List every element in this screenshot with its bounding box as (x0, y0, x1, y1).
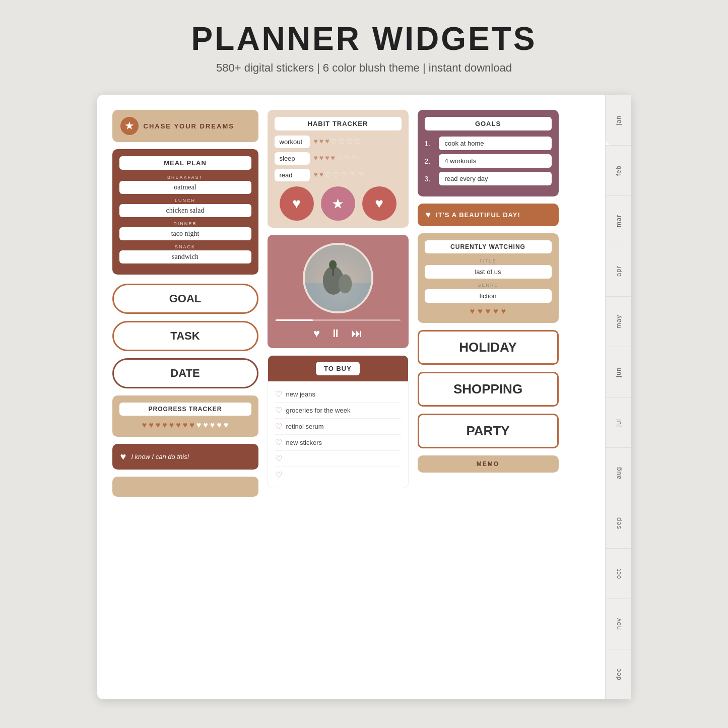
goal-item-3: 3. read every day (425, 172, 552, 185)
rh6: ♡ (349, 171, 356, 179)
icons-row: ♥ ★ ♥ (275, 186, 402, 221)
habit-row-sleep: sleep ♥ ♥ ♥ ♥ ♡ ♡ ♡ (275, 152, 402, 165)
goals-widget: GOALS 1. cook at home 2. 4 workouts 3. r… (418, 110, 559, 196)
heart-10: ♥ (203, 421, 208, 430)
tab-aug[interactable]: aug (606, 447, 631, 498)
dinner-label: DINNER (119, 221, 251, 226)
music-progress-bar-container (276, 319, 401, 321)
habit-row-workout: workout ♥ ♥ ♥ ♡ ♡ ♡ ♡ (275, 136, 402, 148)
banner-heart-icon: ♥ (426, 210, 431, 220)
buy-heart-5: ♡ (275, 454, 282, 464)
page-subtitle: 580+ digital stickers | 6 color blush th… (191, 61, 537, 75)
party-label-sticker: PARTY (418, 414, 559, 448)
column-1: ★ CHASE YOUR DREAMS MEAL PLAN BREAKFAST … (112, 110, 258, 497)
music-controls: ♥ ⏸ ⏭ (313, 327, 362, 340)
buy-item-text-2: groceries for the week (286, 407, 351, 414)
sh4: ♥ (330, 154, 335, 163)
goals-title: GOALS (425, 117, 552, 130)
chase-dreams-text: CHASE YOUR DREAMS (144, 122, 234, 130)
cw-title-value: last of us (425, 265, 552, 279)
page-title: PLANNER WIDGETS (191, 20, 537, 57)
shopping-text: SHOPPING (453, 381, 522, 396)
buy-heart-4: ♡ (275, 438, 282, 447)
heart-3: ♥ (156, 421, 161, 430)
rh1: ♥ (314, 171, 318, 179)
cwh3: ♥ (486, 307, 491, 316)
page-header: PLANNER WIDGETS 580+ digital stickers | … (191, 0, 537, 85)
buy-item-4: ♡ new stickers (275, 435, 401, 451)
goal-item-2: 2. 4 workouts (425, 154, 552, 168)
motivational-text: I know I can do this! (131, 453, 189, 460)
banner-text: IT'S A BEAUTIFUL DAY! (436, 211, 520, 219)
cw-genre-label: GENRE (425, 283, 552, 288)
tab-nov[interactable]: nov (606, 599, 631, 649)
goal-num-3: 3. (425, 175, 435, 183)
heart-12: ♥ (217, 421, 222, 430)
habit-tracker-widget: HABIT TRACKER workout ♥ ♥ ♥ ♡ ♡ ♡ ♡ slee… (268, 110, 409, 228)
buy-item-3: ♡ retinol serum (275, 419, 401, 435)
habit-label-sleep: sleep (275, 152, 310, 165)
goal-num-2: 2. (425, 157, 435, 165)
goal-task-date-section: GOAL TASK DATE (112, 284, 258, 388)
tab-apr[interactable]: apr (606, 246, 631, 296)
buy-heart-2: ♡ (275, 406, 282, 415)
tab-may[interactable]: may (606, 296, 631, 347)
tab-jul[interactable]: jul (606, 397, 631, 447)
music-album-art (303, 243, 373, 313)
goal-text-2: 4 workouts (439, 154, 552, 168)
cwh1: ♥ (470, 307, 475, 316)
wh1: ♥ (314, 138, 318, 146)
motivational-banner: ♥ IT'S A BEAUTIFUL DAY! (418, 204, 559, 226)
meal-plan-widget: MEAL PLAN BREAKFAST oatmeal LUNCH chicke… (112, 149, 258, 275)
habit-label-read: read (275, 169, 310, 181)
column-3: GOALS 1. cook at home 2. 4 workouts 3. r… (418, 110, 559, 497)
to-buy-list: ♡ new jeans ♡ groceries for the week ♡ r… (268, 381, 408, 488)
buy-heart-6: ♡ (275, 470, 282, 480)
heart-7: ♥ (183, 421, 188, 430)
star-circle-icon: ★ (321, 186, 355, 221)
svg-point-4 (338, 274, 351, 293)
shopping-label-sticker: SHOPPING (418, 372, 559, 407)
rh5: ♡ (341, 171, 348, 179)
tab-mar[interactable]: mar (606, 195, 631, 246)
goal-item-1: 1. cook at home (425, 137, 552, 150)
tab-feb[interactable]: feb (606, 145, 631, 195)
buy-heart-3: ♡ (275, 422, 282, 431)
tab-dec[interactable]: dec (606, 649, 631, 699)
skip-control-icon[interactable]: ⏭ (351, 327, 362, 340)
tab-jan[interactable]: jan (606, 95, 631, 145)
rh7: ♡ (357, 171, 364, 179)
wh2: ♥ (319, 138, 323, 146)
currently-watching-widget: CURENTLY WATCHING TITLE last of us GENRE… (418, 233, 559, 323)
habit-tracker-title: HABIT TRACKER (275, 117, 402, 130)
snack-item: sandwich (119, 250, 251, 263)
tab-sep[interactable]: sep (606, 498, 631, 548)
cwh4: ♥ (493, 307, 498, 316)
habit-hearts-sleep: ♥ ♥ ♥ ♥ ♡ ♡ ♡ (314, 154, 359, 163)
buy-item-5: ♡ (275, 451, 401, 467)
heart-circle-icon: ♥ (280, 186, 314, 221)
sh1: ♥ (314, 154, 318, 163)
breakfast-label: BREAKFAST (119, 175, 251, 180)
pause-control-icon[interactable]: ⏸ (330, 327, 341, 340)
tab-jun[interactable]: jun (606, 347, 631, 397)
buy-heart-1: ♡ (275, 389, 282, 399)
heart-control-icon[interactable]: ♥ (313, 327, 320, 340)
task-label-box: TASK (112, 321, 258, 351)
column-2: HABIT TRACKER workout ♥ ♥ ♥ ♡ ♡ ♡ ♡ slee… (268, 110, 409, 497)
habit-hearts-read: ♥ ♥ ♡ ♡ ♡ ♡ ♡ (314, 171, 364, 179)
lunch-item: chicken salad (119, 204, 251, 217)
goal-label-box: GOAL (112, 284, 258, 314)
tab-oct[interactable]: oct (606, 548, 631, 599)
heart-5: ♥ (169, 421, 174, 430)
meal-plan-title: MEAL PLAN (119, 156, 251, 170)
cw-title: CURENTLY WATCHING (425, 240, 552, 253)
rh3: ♡ (325, 171, 332, 179)
cwh5: ♥ (501, 307, 506, 316)
motivational-heart-icon: ♥ (120, 451, 126, 462)
to-buy-header: TO BUY (268, 356, 408, 381)
to-buy-widget: TO BUY ♡ new jeans ♡ groceries for the w… (268, 355, 409, 488)
rh2: ♥ (319, 171, 323, 179)
habit-hearts-workout: ♥ ♥ ♥ ♡ ♡ ♡ ♡ (314, 138, 362, 146)
sh7: ♡ (353, 154, 359, 163)
